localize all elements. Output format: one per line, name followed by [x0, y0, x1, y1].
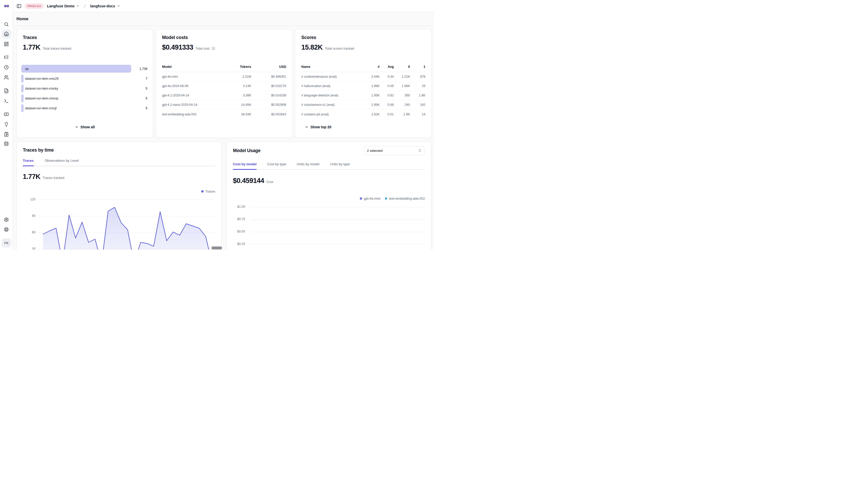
project-switcher[interactable]: langfuse-docs: [90, 4, 120, 8]
org-switcher[interactable]: Langfuse Demo: [47, 4, 80, 8]
clock-icon: [4, 65, 9, 70]
bar-label: dataset-run-item-cmc29: [25, 77, 59, 81]
card-title: Traces by time: [23, 147, 54, 153]
bar: [21, 94, 24, 102]
list-item: dataset-run-item-cmc29 7: [21, 75, 148, 83]
sidebar-item-dashboards[interactable]: [4, 41, 9, 47]
table-row: # language-detector (eval)1.95K0.823551.…: [301, 91, 425, 100]
page-title: Home: [16, 16, 28, 22]
sidebar-item-llm-as-a-judge[interactable]: [4, 122, 9, 127]
traces-by-time-chart: 120906030: [17, 193, 221, 250]
legend-label: gpt-4o-mini: [364, 197, 380, 200]
table-row: # contains-pii (eval)1.92K0.011.9K14: [301, 110, 425, 119]
list-tree-icon: [4, 54, 9, 60]
users-icon: [4, 75, 9, 80]
scores-total-label: Total scores tracked: [325, 47, 354, 50]
y-axis-tick: 30: [23, 247, 35, 250]
clipboard-pen-icon: [4, 132, 9, 137]
sidebar-item-evaluation[interactable]: [4, 112, 9, 117]
tab-traces[interactable]: Traces: [23, 159, 34, 166]
col-model: Model: [162, 65, 218, 69]
sidebar-item-tracing[interactable]: [4, 54, 9, 60]
traces-total-label: Total traces tracked: [43, 47, 71, 50]
model-usage-tabs: Cost by model Cost by type Units by mode…: [233, 162, 425, 170]
show-top-20-label: Show top 20: [310, 125, 331, 129]
card-title: Traces: [23, 35, 37, 40]
model-select-dropdown[interactable]: 2 selected: [364, 146, 425, 155]
traces-total: 1.77K: [23, 44, 40, 51]
table-row: # conciseness-v1 (eval)1.95K0.48240242: [301, 100, 425, 110]
chevron-down-icon: [76, 4, 80, 8]
traces-area-chart: [38, 193, 214, 250]
show-top-20-button[interactable]: Show top 20: [305, 125, 331, 129]
scores-total: 15.82K: [301, 44, 323, 51]
total-cost-label: Total cost: [195, 47, 210, 50]
sidebar-toggle-button[interactable]: [16, 3, 22, 9]
environment-badge: PROD-EU: [25, 3, 44, 9]
file-json-icon: [4, 88, 9, 93]
info-icon[interactable]: [212, 47, 215, 50]
gridline: [250, 232, 424, 232]
sidebar: FK: [0, 0, 13, 250]
col-count: #: [364, 65, 380, 69]
bar-value: 7: [146, 77, 147, 81]
legend-dot-text-embedding-ada-002: [385, 197, 387, 200]
y-axis-tick: $1.00: [232, 205, 245, 208]
card-title: Model Usage: [233, 148, 261, 153]
sidebar-item-home[interactable]: [4, 32, 9, 36]
sidebar-item-prompts[interactable]: [4, 88, 9, 93]
tab-cost-by-model[interactable]: Cost by model: [233, 162, 257, 170]
tab-cost-by-type[interactable]: Cost by type: [267, 162, 286, 170]
cost-metric: $0.459144: [233, 177, 264, 185]
bar-label: qa: [25, 67, 28, 71]
lightbulb-icon: [4, 122, 9, 127]
table-row: gpt-4o-2024-08-063.13K$0.015175: [162, 82, 286, 91]
card-title: Model costs: [162, 35, 188, 40]
user-avatar[interactable]: FK: [2, 239, 11, 247]
breadcrumb-separator-icon: [83, 3, 87, 9]
bar-value: 5: [146, 87, 147, 90]
model-costs-card: Model costs $0.491333 Total cost Model T…: [156, 29, 293, 138]
sidebar-item-users[interactable]: [4, 75, 9, 80]
model-select-value: 2 selected: [367, 149, 383, 153]
y-axis-tick: 120: [23, 198, 35, 201]
y-axis-tick: $0.75: [232, 217, 245, 221]
sidebar-item-settings[interactable]: [4, 217, 9, 222]
langfuse-logo-icon[interactable]: [3, 3, 10, 9]
sidebar-item-annotation[interactable]: [4, 132, 9, 137]
table-row: gpt-4.1-nano-2025-04-1414.45K$0.002906: [162, 100, 286, 110]
traces-bar-list: qa 1,736 dataset-run-item-cmc29 7 datase…: [21, 65, 148, 114]
sidebar-item-search[interactable]: [4, 22, 9, 27]
bar-value: 5: [146, 107, 147, 110]
bar: [21, 85, 24, 92]
gridline: [250, 244, 424, 244]
tab-units-by-type[interactable]: Units by type: [330, 162, 350, 170]
bar: [21, 104, 24, 112]
table-row: gpt-4.1-2025-04-143.38K$0.014108: [162, 91, 286, 100]
project-name: langfuse-docs: [90, 4, 115, 8]
gridline: [250, 219, 424, 220]
page-header: Home: [13, 12, 434, 26]
bar-label: dataset-run-item-cmcjf: [25, 107, 57, 110]
traces-by-time-card: Traces by time Traces Observations by Le…: [16, 142, 222, 250]
legend-label: text-embedding-ada-002: [389, 197, 425, 200]
y-axis-tick: 90: [23, 214, 35, 218]
legend-dot-traces: [201, 190, 204, 193]
traces-card: Traces 1.77K Total traces tracked qa 1,7…: [16, 29, 153, 138]
show-all-button[interactable]: Show all: [17, 125, 153, 129]
sidebar-item-sessions[interactable]: [4, 65, 9, 70]
bar-value: 1,736: [140, 67, 147, 71]
table-header: Model Tokens USD: [162, 65, 286, 72]
table-row: gpt-4o-mini2.21M$0.456301: [162, 72, 286, 82]
legend-item: text-embedding-ada-002: [385, 197, 425, 200]
percent-square-icon: [4, 112, 9, 117]
tab-observations-by-level[interactable]: Observations by Level: [45, 159, 79, 166]
sidebar-item-datasets[interactable]: [4, 142, 9, 146]
horizontal-scrollbar-thumb[interactable]: [212, 246, 222, 250]
terminal-icon: [4, 98, 9, 104]
bar: [21, 65, 131, 73]
y-axis-tick: $0.50: [232, 230, 245, 233]
sidebar-item-playground[interactable]: [4, 98, 9, 104]
tab-units-by-model[interactable]: Units by model: [297, 162, 319, 170]
sidebar-item-support[interactable]: [4, 227, 9, 232]
